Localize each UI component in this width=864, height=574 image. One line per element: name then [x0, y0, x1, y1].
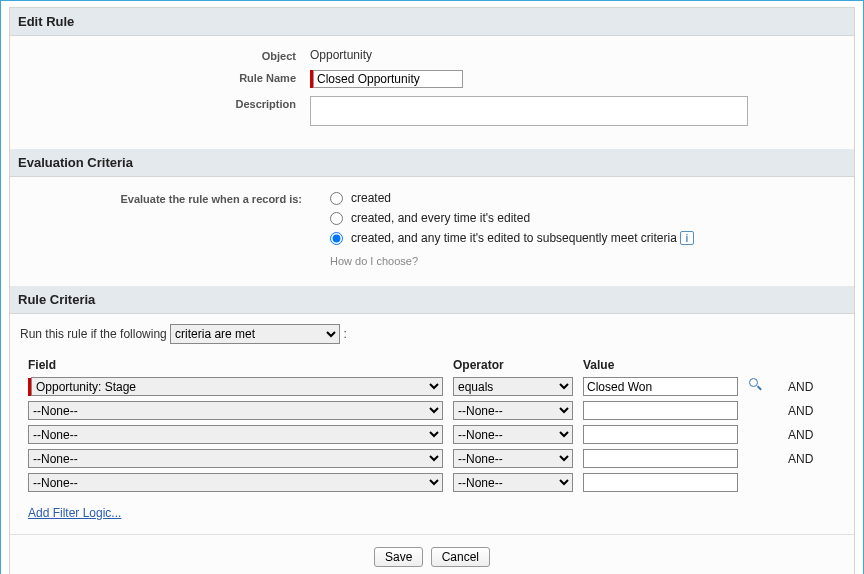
- cancel-button[interactable]: Cancel: [431, 547, 490, 567]
- field-select-3[interactable]: --None--: [28, 449, 443, 468]
- and-label-3: AND: [788, 452, 828, 466]
- eval-radio-1[interactable]: [330, 212, 343, 225]
- description-textarea[interactable]: [310, 96, 748, 126]
- description-label: Description: [20, 96, 310, 110]
- object-value: Opportunity: [310, 48, 844, 62]
- operator-column-header: Operator: [453, 358, 573, 372]
- evaluate-label: Evaluate the rule when a record is:: [20, 191, 330, 205]
- run-rule-text: Run this rule if the following: [20, 327, 167, 341]
- info-icon[interactable]: i: [680, 231, 694, 245]
- colon-text: :: [343, 327, 346, 341]
- eval-radio-2[interactable]: [330, 232, 343, 245]
- eval-option-label-1: created, and every time it's edited: [351, 211, 530, 225]
- rule-name-input[interactable]: [313, 70, 463, 88]
- value-input-3[interactable]: [583, 449, 738, 468]
- how-do-i-choose-link[interactable]: How do I choose?: [330, 255, 418, 267]
- value-input-2[interactable]: [583, 425, 738, 444]
- edit-rule-header: Edit Rule: [10, 8, 854, 36]
- eval-radio-0[interactable]: [330, 192, 343, 205]
- add-filter-logic-link[interactable]: Add Filter Logic...: [28, 506, 121, 520]
- rule-name-label: Rule Name: [20, 70, 310, 84]
- operator-select-0[interactable]: equals: [453, 377, 573, 396]
- save-button[interactable]: Save: [374, 547, 423, 567]
- edit-rule-panel: Edit Rule Object Opportunity Rule Name D…: [9, 7, 855, 574]
- field-select-2[interactable]: --None--: [28, 425, 443, 444]
- operator-select-2[interactable]: --None--: [453, 425, 573, 444]
- operator-select-4[interactable]: --None--: [453, 473, 573, 492]
- rule-criteria-header: Rule Criteria: [10, 286, 854, 314]
- field-select-4[interactable]: --None--: [28, 473, 443, 492]
- value-input-0[interactable]: [583, 377, 738, 396]
- and-label-1: AND: [788, 404, 828, 418]
- evaluation-criteria-header: Evaluation Criteria: [10, 149, 854, 177]
- value-column-header: Value: [583, 358, 738, 372]
- operator-select-3[interactable]: --None--: [453, 449, 573, 468]
- criteria-mode-select[interactable]: criteria are met: [170, 324, 340, 344]
- eval-option-label-0: created: [351, 191, 391, 205]
- eval-option-label-2: created, and any time it's edited to sub…: [351, 231, 677, 245]
- operator-select-1[interactable]: --None--: [453, 401, 573, 420]
- lookup-icon[interactable]: [748, 377, 764, 393]
- field-column-header: Field: [28, 358, 443, 372]
- value-input-4[interactable]: [583, 473, 738, 492]
- field-select-1[interactable]: --None--: [28, 401, 443, 420]
- field-select-0[interactable]: Opportunity: Stage: [31, 377, 443, 396]
- object-label: Object: [20, 48, 310, 62]
- and-label-0: AND: [788, 380, 828, 394]
- value-input-1[interactable]: [583, 401, 738, 420]
- and-label-2: AND: [788, 428, 828, 442]
